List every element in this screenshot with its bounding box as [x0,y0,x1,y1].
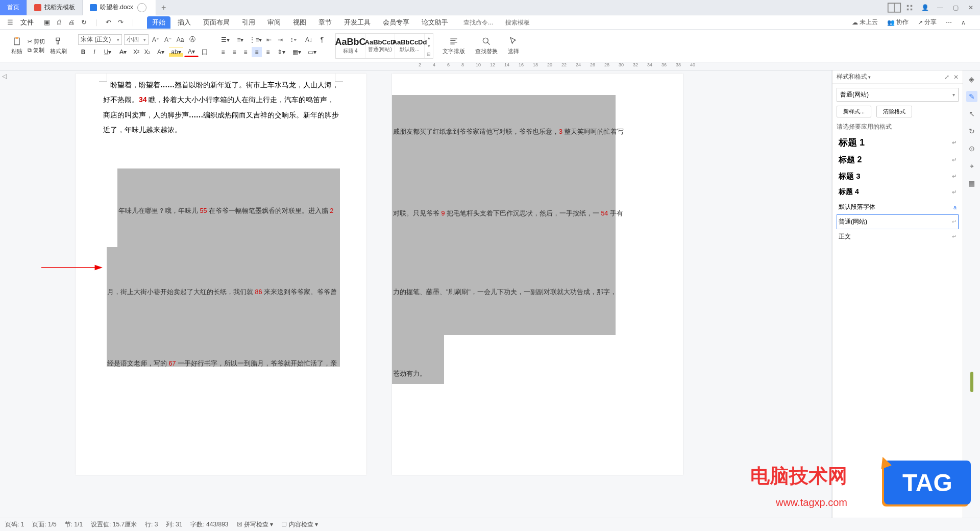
pin-icon[interactable]: ⤢ [944,74,949,81]
copy-button[interactable]: ⧉ 复制 [28,46,45,54]
style-down-icon[interactable]: ▾ [428,43,430,49]
align-left-icon[interactable]: ≡ [218,47,228,57]
font-shrink-icon[interactable]: A⁻ [163,35,173,45]
text-layout-button[interactable]: 文字排版 [439,35,468,56]
borders-icon[interactable]: ▭▾ [305,47,319,57]
find-replace-button[interactable]: 查找替换 [472,35,501,56]
change-case-icon[interactable]: Aa [175,35,185,45]
format-brush-button[interactable]: 格式刷 [47,35,70,56]
tab-insert[interactable]: 插入 [173,16,196,29]
status-position[interactable]: 设置值: 15.7厘米 [91,520,137,529]
layout-icon[interactable] [887,2,901,14]
char-border-icon[interactable]: 囗 [200,47,210,57]
tab-template[interactable]: 找稻壳模板 [27,0,83,15]
tab-review[interactable]: 审阅 [262,16,286,29]
bold-icon[interactable]: B [78,47,88,57]
tab-devtools[interactable]: 开发工具 [339,16,376,29]
style-gallery[interactable]: AaBbC标题 4 AaBbCcD普通(网站) AaBbCcDd默认段... ▴… [335,33,433,59]
status-col[interactable]: 列: 31 [166,520,182,529]
font-grow-icon[interactable]: A⁺ [151,35,161,45]
style-more-icon[interactable]: ⊟ [427,52,431,57]
more-icon[interactable]: ⋯ [946,19,952,26]
status-line[interactable]: 行: 3 [145,520,158,529]
status-spell[interactable]: ☒ 拼写检查 ▾ [237,520,274,529]
paste-button[interactable]: 粘贴 [8,35,26,56]
share-button[interactable]: ↗ 分享 [918,18,937,27]
style-up-icon[interactable]: ▴ [428,35,430,40]
tab-start[interactable]: 开始 [147,16,170,29]
bullet-list-icon[interactable]: ☰▾ [218,35,232,45]
shading-icon[interactable]: ▦▾ [289,47,304,57]
tool-clip-icon[interactable]: ⊙ [966,143,977,154]
tab-stops-icon[interactable]: ⫶▾ [286,35,301,45]
grid-icon[interactable] [902,2,917,14]
undo-icon[interactable]: ↶ [103,17,113,28]
sort-icon[interactable]: A↓ [302,35,316,45]
cut-button[interactable]: ✂ 剪切 [28,38,45,45]
ruler-toggle-icon[interactable]: ◁ [2,73,7,80]
align-distribute-icon[interactable]: ≡ [263,47,273,57]
tab-paper[interactable]: 论文助手 [416,16,453,29]
coop-button[interactable]: 👥 协作 [887,18,909,27]
search-template-input[interactable] [505,19,541,26]
tab-reference[interactable]: 引用 [237,16,260,29]
style-heading3[interactable]: 标题 3↵ [837,168,959,184]
tab-add[interactable]: + [156,3,172,12]
save-icon[interactable]: ▣ [42,17,52,28]
new-style-button[interactable]: 新样式... [837,106,871,117]
collapse-ribbon-icon[interactable]: ∧ [961,19,966,26]
multilevel-list-icon[interactable]: ⋮≡▾ [249,35,263,45]
style-heading2[interactable]: 标题 2↵ [837,152,959,168]
refresh-icon[interactable]: ↻ [79,17,89,28]
scroll-thumb[interactable] [970,372,973,392]
tab-pagelayout[interactable]: 页面布局 [198,16,235,29]
tool-book-icon[interactable]: ▤ [966,178,977,189]
align-justify-icon[interactable]: ≡ [252,47,262,57]
status-content[interactable]: ☐ 内容检查 ▾ [281,520,318,529]
tab-member[interactable]: 会员专享 [378,16,414,29]
style-heading4[interactable]: 标题 4↵ [837,184,959,200]
current-style-select[interactable]: 普通(网站)▾ [837,88,959,102]
increase-indent-icon[interactable]: ⇥ [275,35,285,45]
style-heading1[interactable]: 标题 1↵ [837,133,959,152]
status-words[interactable]: 字数: 443/893 [190,520,228,529]
subscript-icon[interactable]: X₂ [142,47,153,57]
highlight-icon[interactable]: ab▾ [169,47,183,57]
close-panel-icon[interactable]: ✕ [953,74,959,81]
strike-icon[interactable]: A̶▾ [116,47,130,57]
hamburger-icon[interactable]: ☰ [4,18,16,26]
file-menu[interactable]: 文件 [16,18,38,27]
line-spacing-icon[interactable]: ⇕▾ [274,47,288,57]
tab-view[interactable]: 视图 [288,16,311,29]
number-list-icon[interactable]: ≡▾ [233,35,248,45]
status-pageno[interactable]: 页码: 1 [5,520,24,529]
redo-icon[interactable]: ↷ [115,17,126,28]
tool-cursor-icon[interactable]: ↖ [966,108,977,119]
tab-home[interactable]: 首页 [0,0,27,15]
status-page[interactable]: 页面: 1/5 [32,520,56,529]
clear-format-icon[interactable]: Ⓐ [187,35,198,45]
tab-document[interactable]: 盼望着.docx [83,0,156,15]
italic-icon[interactable]: I [89,47,100,57]
style-body[interactable]: 正文↵ [837,229,959,244]
cloud-status[interactable]: ☁ 未上云 [852,18,878,27]
tool-refresh-icon[interactable]: ↻ [966,126,977,137]
maximize-icon[interactable]: ▢ [948,2,963,14]
body-paragraph[interactable]: 盼望着，盼望着……翘首以盼的新年近了。街市上车水马龙，人山人海，好不热闹。34 … [103,78,339,138]
font-color-icon[interactable]: A▾ [184,47,199,57]
close-icon[interactable]: ✕ [964,2,978,14]
print-icon[interactable]: ⎙ [54,17,64,28]
minimize-icon[interactable]: — [933,2,947,14]
tab-section[interactable]: 章节 [313,16,337,29]
restore-icon[interactable] [137,3,146,12]
decrease-indent-icon[interactable]: ⇤ [264,35,274,45]
font-name-select[interactable]: 宋体 (正文)▾ [78,34,122,45]
style-item-2[interactable]: AaBbCcD普通(网站) [365,34,395,58]
font-size-select[interactable]: 小四▾ [124,34,149,45]
preview-icon[interactable]: 🖨 [66,17,77,28]
text-effects-icon[interactable]: A▾ [154,47,168,57]
user-avatar-icon[interactable]: 👤 [918,2,932,14]
underline-icon[interactable]: U▾ [101,47,115,57]
select-button[interactable]: 选择 [505,35,522,56]
show-marks-icon[interactable]: ¶ [317,35,327,45]
